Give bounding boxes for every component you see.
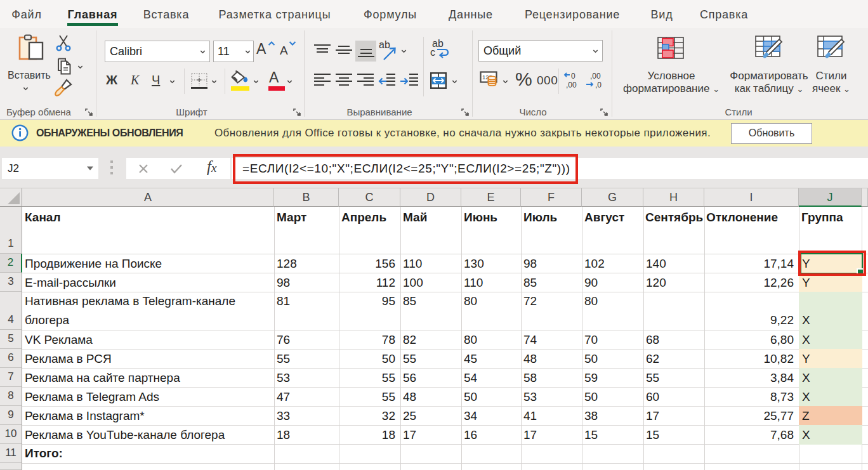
svg-text:,00: ,00: [566, 81, 577, 89]
svg-text:0: 0: [571, 72, 575, 81]
